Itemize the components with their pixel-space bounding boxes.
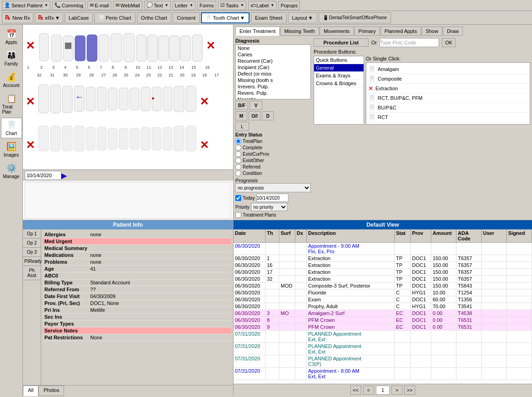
status-existcurprov[interactable]: ExistCurProv	[235, 151, 311, 157]
l-button[interactable]: L	[235, 122, 249, 131]
phast-label[interactable]: Ph Asst	[23, 266, 41, 280]
tasks-button[interactable]: ☑ Tasks ▼	[218, 1, 246, 10]
single-click-bupc[interactable]: 🦷 BU/P&C	[368, 103, 528, 113]
forms-button[interactable]: Forms	[197, 1, 216, 10]
consent-button[interactable]: Consent	[173, 12, 200, 23]
ortho-chart-button[interactable]: Ortho Chart	[137, 12, 171, 23]
page-number-input[interactable]	[376, 386, 390, 395]
table-row[interactable]: 07/31/2020 PLANNED AppointmentC3(P)	[233, 355, 532, 368]
diag-defect[interactable]: Defect (or miss	[236, 71, 310, 77]
new-rx-button[interactable]: ℞ New Rx	[2, 12, 33, 23]
tooth-23[interactable]	[130, 88, 139, 110]
procedure-list-button[interactable]: Procedure List	[314, 38, 369, 47]
tooth-22-lower[interactable]	[141, 127, 150, 150]
status-existother[interactable]: ExistOther	[235, 158, 311, 163]
proc-crowns-bridges[interactable]: Crowns & Bridges	[314, 80, 364, 87]
table-row[interactable]: 06/30/2020 17 Extraction TP DOC1 150.00 …	[233, 269, 532, 276]
sidebar-item-manage[interactable]: ⚙️ Manage	[1, 161, 22, 181]
diag-incipient[interactable]: Incipient (Car)	[236, 64, 310, 71]
sidebar-item-family[interactable]: 👨‍👩‍👧 Family	[1, 48, 22, 69]
table-row[interactable]: 06/30/2020 MOD Composite-3 Surf, Posteri…	[233, 283, 532, 289]
prev-page-button[interactable]: <	[363, 386, 374, 395]
ptready-label[interactable]: PtReady	[23, 257, 41, 266]
priority-select[interactable]: no priority	[251, 203, 288, 211]
single-click-rct-pfm[interactable]: 🦷 RCT, BU/P&C, PFM	[368, 93, 528, 103]
commlog-button[interactable]: 📞 Commlog	[52, 1, 86, 10]
tooth-15[interactable]	[192, 35, 202, 61]
tooth-5-blue[interactable]	[75, 36, 85, 61]
tooth-10[interactable]	[136, 35, 147, 61]
table-row[interactable]: 07/31/2020 PLANNED AppointmentExt, Ext	[233, 331, 532, 343]
last-page-button[interactable]: >>	[404, 386, 415, 395]
tooth-21-lower[interactable]	[152, 127, 161, 150]
status-condition[interactable]: Condition	[235, 170, 311, 176]
proc-quick-buttons[interactable]: Quick Buttons	[314, 56, 364, 64]
tooth-26-lower[interactable]	[97, 127, 106, 150]
tooth-29[interactable]	[62, 86, 72, 113]
op1-label[interactable]: Op 1	[23, 229, 41, 239]
tooth-28-lower[interactable]	[74, 126, 84, 151]
tooth-6-blue[interactable]	[87, 35, 97, 61]
tooth-12[interactable]	[158, 36, 168, 61]
tooth-13[interactable]	[169, 36, 179, 61]
table-row[interactable]: 07/31/2020 PLANNED AppointmentExt, Ext	[233, 343, 532, 355]
tooth-31[interactable]	[38, 85, 49, 113]
oi-button[interactable]: O/I	[249, 111, 261, 120]
sidebar-item-account[interactable]: 💰 Account	[1, 70, 22, 90]
treatment-plans-checkbox[interactable]: Treatment Plans	[235, 212, 311, 218]
diag-necrotic[interactable]: Necrotic	[236, 96, 310, 99]
d-button[interactable]: D	[262, 111, 274, 120]
status-treatplan[interactable]: TreatPlan	[235, 138, 311, 144]
tab-photos[interactable]: Photos	[38, 386, 64, 396]
ok-button[interactable]: OK	[442, 38, 456, 47]
labcase-button[interactable]: LabCase	[65, 12, 93, 23]
tooth-25-lower[interactable]	[108, 128, 117, 149]
tooth-3[interactable]	[51, 35, 61, 61]
tooth-31-lower[interactable]	[38, 126, 49, 151]
tooth-11[interactable]	[147, 35, 157, 61]
op2-label[interactable]: Op 2	[23, 239, 41, 248]
tooth-19[interactable]	[174, 86, 184, 112]
table-row[interactable]: 06/30/2020 3 MO Amalgam-2 Surf EC DOC1 0…	[233, 310, 532, 317]
diag-none[interactable]: None	[236, 45, 310, 51]
v-button[interactable]: V	[250, 101, 262, 110]
text-button[interactable]: 💬 Text ▼	[144, 1, 171, 10]
table-row[interactable]: 06/30/2020 16 Extraction TP DOC1 150.00 …	[233, 262, 532, 269]
single-click-amalgam[interactable]: 🦷 Amalgam	[368, 65, 528, 74]
tooth-30-lower[interactable]	[50, 126, 60, 151]
chart-date-input[interactable]	[25, 171, 61, 180]
tooth-23-lower[interactable]	[130, 128, 139, 149]
status-complete[interactable]: Complete	[235, 145, 311, 151]
tooth-2[interactable]	[39, 33, 49, 61]
table-row[interactable]: 07/31/2020 Appointment - 8:00 AMExt, Ext	[233, 368, 532, 380]
tooth-20[interactable]	[163, 87, 172, 111]
tooth-22[interactable]	[141, 87, 150, 111]
diag-missing[interactable]: Missing (tooth s	[236, 77, 310, 83]
table-row[interactable]: 06/30/2020 1 Extraction TP DOC1 150.00 T…	[233, 255, 532, 262]
tooth-14[interactable]	[180, 36, 190, 61]
tab-all[interactable]: All	[23, 386, 38, 396]
tab-draw[interactable]: Draw	[443, 27, 463, 36]
sidebar-item-images[interactable]: 🖼️ Images	[1, 139, 22, 160]
tooth-8[interactable]	[111, 33, 122, 62]
single-click-composite[interactable]: 🦷 Composite	[368, 74, 528, 84]
tab-missing-teeth[interactable]: Missing Teeth	[280, 27, 319, 36]
popups-button[interactable]: Popups	[278, 1, 300, 10]
diag-recurrent[interactable]: Recurrent (Car)	[236, 58, 310, 64]
proc-general[interactable]: General	[314, 64, 364, 72]
table-row[interactable]: 06/30/2020 8 PFM Crown EC DOC1 0.00 T653…	[233, 317, 532, 324]
op3-label[interactable]: Op 3	[23, 248, 41, 257]
tooth-20-lower[interactable]	[163, 127, 172, 150]
webmail-button[interactable]: ✉ WebMail	[113, 1, 142, 10]
diag-revers[interactable]: Revers. Pulp.	[236, 90, 310, 96]
next-page-button[interactable]: >	[391, 386, 402, 395]
email-button[interactable]: ✉ E-mail	[87, 1, 111, 10]
tooth-25[interactable]	[108, 88, 117, 110]
tooth-27-lower[interactable]	[86, 127, 95, 150]
sidebar-item-treatplan[interactable]: 📋 Treat Plan	[1, 91, 22, 117]
table-row[interactable]: 06/30/2020 32 Extraction TP DOC1 150.00 …	[233, 276, 532, 283]
tooth-7[interactable]	[99, 35, 109, 61]
tooth-29-lower[interactable]	[62, 126, 72, 151]
status-referred[interactable]: Referred	[235, 164, 311, 170]
chart-notes-area[interactable]	[25, 182, 231, 219]
